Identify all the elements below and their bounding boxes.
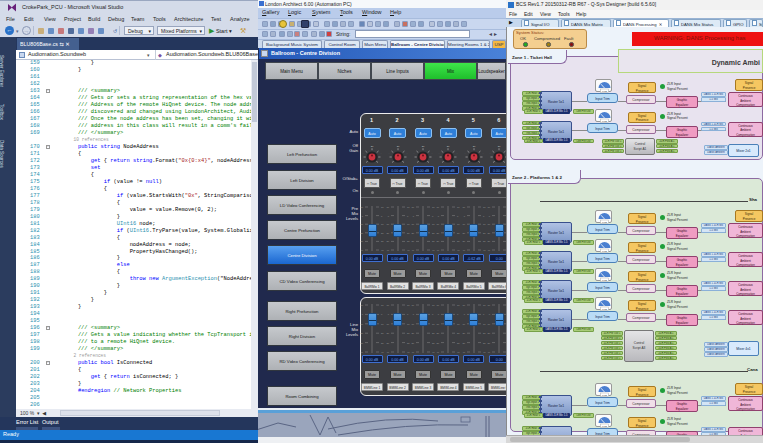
svg-text:30: 30 [360,342,363,344]
svg-text:0: 0 [483,215,485,217]
svg-text:20: 20 [488,332,491,334]
svg-text:0: 0 [489,313,491,315]
svg-text:20: 20 [498,145,501,148]
svg-text:10: 10 [386,304,389,306]
svg-text:20: 20 [462,232,465,234]
svg-text:0: 0 [489,215,491,217]
svg-text:10: 10 [360,323,363,325]
svg-text:0: 0 [432,215,434,217]
svg-text:0: 0 [413,215,415,217]
svg-text:10: 10 [462,223,465,225]
svg-text:0: 0 [464,215,466,217]
svg-text:40: 40 [462,249,465,251]
svg-text:30: 30 [437,240,440,242]
svg-text:20: 20 [411,332,414,334]
svg-text:30: 30 [386,342,389,344]
svg-text:10: 10 [411,323,414,325]
svg-text:10: 10 [488,323,491,325]
svg-text:10: 10 [386,223,389,225]
svg-text:20: 20 [396,145,399,148]
svg-text:30: 30 [360,240,363,242]
svg-text:30: 30 [462,240,465,242]
svg-text:0: 0 [432,313,434,315]
svg-text:0: 0 [387,313,389,315]
svg-text:10: 10 [488,206,491,208]
svg-text:40: 40 [411,351,414,353]
svg-text:10: 10 [437,323,440,325]
svg-text:0: 0 [438,215,440,217]
svg-text:20: 20 [371,145,374,148]
svg-text:0: 0 [381,215,383,217]
svg-text:10: 10 [360,223,363,225]
svg-text:10: 10 [411,304,414,306]
svg-text:40: 40 [360,351,363,353]
svg-text:0: 0 [381,313,383,315]
svg-text:40: 40 [386,351,389,353]
svg-text:0: 0 [438,313,440,315]
svg-text:10: 10 [462,206,465,208]
svg-text:0: 0 [362,215,364,217]
svg-text:20: 20 [472,145,475,148]
svg-text:-: - [482,152,483,154]
svg-text:20: 20 [422,145,425,148]
svg-text:0: 0 [457,215,459,217]
svg-text:0: 0 [362,313,364,315]
svg-text:40: 40 [488,249,491,251]
svg-text:20: 20 [386,332,389,334]
svg-text:-: - [388,152,389,154]
svg-text:10: 10 [360,206,363,208]
svg-text:40: 40 [437,249,440,251]
svg-text:40: 40 [488,351,491,353]
svg-text:40: 40 [386,249,389,251]
svg-text:30: 30 [488,240,491,242]
svg-text:10: 10 [360,304,363,306]
svg-text:0: 0 [407,215,409,217]
svg-text:30: 30 [411,240,414,242]
svg-text:-: - [490,152,491,154]
svg-text:20: 20 [360,232,363,234]
svg-text:10: 10 [437,206,440,208]
svg-text:0: 0 [464,313,466,315]
svg-text:20: 20 [437,232,440,234]
svg-text:-: - [406,152,407,154]
svg-text:30: 30 [411,342,414,344]
svg-text:0: 0 [483,313,485,315]
svg-text:40: 40 [360,249,363,251]
svg-text:20: 20 [386,232,389,234]
svg-text:40: 40 [462,351,465,353]
svg-text:10: 10 [411,223,414,225]
svg-text:10: 10 [488,223,491,225]
svg-text:20: 20 [437,332,440,334]
svg-text:20: 20 [447,145,450,148]
svg-text:10: 10 [462,304,465,306]
svg-text:30: 30 [488,342,491,344]
svg-text:-: - [432,152,433,154]
svg-text:-: - [457,152,458,154]
svg-text:0: 0 [407,313,409,315]
svg-text:40: 40 [437,351,440,353]
svg-text:-: - [414,152,415,154]
svg-text:20: 20 [462,332,465,334]
svg-text:20: 20 [488,232,491,234]
svg-text:0: 0 [457,313,459,315]
svg-text:20: 20 [360,332,363,334]
svg-text:0: 0 [387,215,389,217]
svg-text:10: 10 [386,323,389,325]
svg-text:40: 40 [411,249,414,251]
svg-text:30: 30 [437,342,440,344]
svg-text:0: 0 [413,313,415,315]
svg-text:10: 10 [386,206,389,208]
svg-text:30: 30 [462,342,465,344]
svg-text:-: - [465,152,466,154]
svg-text:10: 10 [437,304,440,306]
svg-text:20: 20 [411,232,414,234]
svg-text:10: 10 [411,206,414,208]
svg-text:-: - [381,152,382,154]
svg-text:10: 10 [462,323,465,325]
svg-text:30: 30 [386,240,389,242]
svg-text:-: - [363,152,364,154]
svg-text:-: - [439,152,440,154]
svg-text:10: 10 [437,223,440,225]
svg-text:10: 10 [488,304,491,306]
